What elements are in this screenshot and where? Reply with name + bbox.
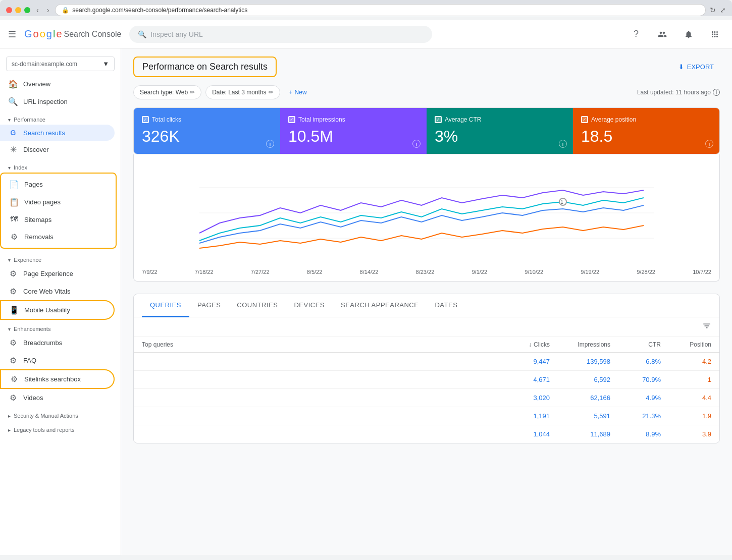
metric-average-ctr: ✓ Average CTR 3% i [427,108,573,154]
pages-icon: 📄 [9,180,19,189]
close-button[interactable] [6,7,12,13]
sidebar-item-sitelinks-searchbox[interactable]: ⚙ Sitelinks searchbox [0,369,115,389]
cell-impressions: 6,592 [550,376,610,383]
metric-checkbox-position[interactable]: ✓ [581,116,588,123]
cell-position: 1.9 [661,412,711,420]
sidebar-item-faq[interactable]: ⚙ FAQ [0,352,115,369]
tab-countries[interactable]: COUNTRIES [229,294,286,317]
filter-button[interactable] [702,321,711,332]
info-icon-ctr[interactable]: i [559,140,567,148]
accounts-button[interactable] [653,25,671,43]
tab-devices[interactable]: DEVICES [286,294,333,317]
home-icon: 🏠 [8,79,18,89]
content-area: Performance on Search results ⬇ EXPORT S… [121,48,732,555]
apps-button[interactable] [706,25,724,43]
cell-clicks: 3,020 [489,394,550,402]
table-row[interactable]: 9,447 139,598 6.8% 4.2 [134,353,719,371]
cell-clicks: 1,191 [489,412,550,420]
table-row[interactable]: 4,671 6,592 70.9% 1 [134,371,719,389]
top-bar-actions: ? [627,25,724,43]
help-button[interactable]: ? [627,25,645,43]
table-row[interactable]: 1,044 11,689 8.9% 3.9 [134,425,719,443]
section-label-enhancements: ▾ Enhancements [0,320,121,334]
google-g-icon: G [8,129,18,137]
info-icon-position[interactable]: i [705,140,713,148]
menu-button[interactable]: ☰ [8,29,16,40]
table-row[interactable]: 1,191 5,591 21.3% 1.9 [134,407,719,425]
info-icon-clicks[interactable]: i [266,140,274,148]
metric-value-impressions: 10.5M [288,127,419,146]
sidebar-item-removals[interactable]: ⚙ Removals [1,228,110,246]
tab-pages[interactable]: PAGES [189,294,229,317]
asterisk-icon: ✳ [8,145,18,154]
cell-ctr: 21.3% [610,412,661,420]
search-type-filter[interactable]: Search type: Web ✏ [133,85,201,99]
sidebar-item-overview[interactable]: 🏠 Overview [0,75,115,93]
sidebar-item-url-inspection[interactable]: 🔍 URL inspection [0,93,115,110]
x-label: 9/19/22 [581,269,599,275]
app-title: Search Console [64,30,122,39]
metrics-row: ✓ Total clicks 326K i ✓ Total impression… [133,107,720,154]
new-filter-button[interactable]: + New [284,86,312,99]
x-label: 8/14/22 [360,269,379,275]
search-placeholder: Inspect any URL [150,30,203,38]
sidebar-item-breadcrumbs[interactable]: ⚙ Breadcrumbs [0,334,115,352]
reload-button[interactable]: ↻ [710,6,716,14]
sort-arrow-icon: ↓ [529,341,532,348]
table-header: Top queries ↓ Clicks Impressions CTR Pos… [134,337,719,353]
sidebar-item-search-results[interactable]: G Search results [0,125,115,141]
date-filter[interactable]: Date: Last 3 months ✏ [205,85,280,99]
address-bar[interactable]: 🔒 search.google.com/search-console/perfo… [55,4,706,16]
breadcrumbs-icon: ⚙ [8,338,18,348]
cell-position: 3.9 [661,430,711,438]
cell-ctr: 6.8% [610,358,661,365]
metric-checkbox-ctr[interactable]: ✓ [435,116,442,123]
tab-queries[interactable]: QUERIES [142,294,189,317]
x-label: 7/18/22 [195,269,214,275]
back-button[interactable]: ‹ [34,5,41,15]
sidebar-item-videos[interactable]: ⚙ Videos [0,389,115,407]
sidebar-item-mobile-usability[interactable]: 📱 Mobile Usability [0,300,115,320]
sidebar-item-sitemaps[interactable]: 🗺 Sitemaps [1,211,110,228]
metric-checkbox-clicks[interactable]: ✓ [142,116,149,123]
chart-container: 1 7/9/22 7/18/22 7/27/22 8/5/22 8/14/22 … [133,154,720,282]
maximize-button[interactable] [24,7,30,13]
tab-search-appearance[interactable]: SEARCH APPEARANCE [333,294,427,317]
forward-button[interactable]: › [45,5,51,15]
last-updated: Last updated: 11 hours ago i [637,89,720,96]
table-row[interactable]: 3,020 62,166 4.9% 4.4 [134,389,719,407]
section-label-experience: ▾ Experience [0,251,121,265]
cell-impressions: 139,598 [550,358,610,365]
header-ctr: CTR [610,341,661,348]
sidebar-item-page-experience[interactable]: ⚙ Page Experience [0,265,115,283]
export-button[interactable]: ⬇ EXPORT [672,59,720,75]
edit-icon: ✏ [190,89,195,96]
property-selector[interactable]: sc-domain:example.com ▼ [6,57,115,71]
filters-bar: Search type: Web ✏ Date: Last 3 months ✏… [133,85,720,99]
info-icon-impressions[interactable]: i [412,140,421,148]
sidebar: sc-domain:example.com ▼ 🏠 Overview 🔍 URL… [0,48,121,555]
logo-e: e [56,28,62,40]
sidebar-item-video-pages[interactable]: 📋 Video pages [1,193,110,211]
minimize-button[interactable] [15,7,21,13]
fullscreen-button[interactable]: ⤢ [720,6,726,14]
tab-dates[interactable]: DATES [427,294,465,317]
cell-clicks: 9,447 [489,358,550,365]
sidebar-item-pages[interactable]: 📄 Pages [1,176,110,193]
logo-o1: o [33,28,39,40]
metric-average-position: ✓ Average position 18.5 i [573,108,719,154]
x-label: 10/7/22 [693,269,711,275]
header-position: Position [661,341,711,348]
url-search-bar[interactable]: 🔍 Inspect any URL [129,26,432,43]
page-title: Performance on Search results [133,57,277,77]
notifications-button[interactable] [679,25,698,43]
tabs-row: QUERIES PAGES COUNTRIES DEVICES SEARCH A… [134,294,719,317]
sidebar-item-core-web-vitals[interactable]: ⚙ Core Web Vitals [0,283,115,300]
sidebar-item-discover[interactable]: ✳ Discover [0,141,115,158]
svg-text:1: 1 [560,199,563,205]
google-logo: Google Search Console [24,28,121,40]
faq-icon: ⚙ [8,356,18,365]
metric-total-clicks: ✓ Total clicks 326K i [134,108,280,154]
metric-checkbox-impressions[interactable]: ✓ [288,116,295,123]
x-label: 9/28/22 [637,269,655,275]
